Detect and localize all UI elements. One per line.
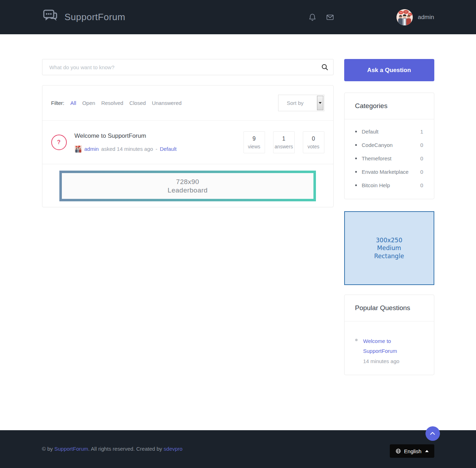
meta-separator: - <box>155 146 157 152</box>
popular-question-item: Welcome to SupportForum 14 minutes ago <box>355 331 423 364</box>
bullet-icon <box>355 339 358 341</box>
copyright-prefix: © by <box>42 446 54 452</box>
question-author-avatar <box>75 145 82 153</box>
search-input[interactable] <box>42 59 334 75</box>
category-name: Bitcoin Help <box>362 182 390 188</box>
sort-by-select[interactable]: Sort by <box>278 95 324 111</box>
categories-card: Categories Default 1 CodeCanyon 0 <box>344 93 434 199</box>
user-avatar <box>396 9 413 25</box>
category-item-codecanyon[interactable]: CodeCanyon 0 <box>355 142 423 148</box>
filter-label: Filter: <box>51 100 65 106</box>
popular-question-time: 14 minutes ago <box>363 358 407 364</box>
rect-ad-word1: Medium <box>374 244 404 252</box>
filter-open[interactable]: Open <box>82 100 95 106</box>
username-label: admin <box>418 14 434 21</box>
votes-label: votes <box>303 144 324 149</box>
question-meta-text: asked 14 minutes ago <box>101 146 153 152</box>
bullet-icon <box>355 144 357 146</box>
question-category-link[interactable]: Default <box>160 146 177 152</box>
category-item-envato-marketplace[interactable]: Envato Marketplace 0 <box>355 169 423 175</box>
category-item-bitcoin-help[interactable]: Bitcoin Help 0 <box>355 182 423 188</box>
answers-count: 1 <box>274 136 294 142</box>
category-name: Default <box>362 129 379 135</box>
chevron-up-icon <box>429 430 436 438</box>
bullet-icon <box>355 171 357 173</box>
filter-bar: Filter: All Open Resolved Closed Unanswe… <box>42 85 333 120</box>
questions-card: Filter: All Open Resolved Closed Unanswe… <box>42 85 334 207</box>
messages-mail-icon[interactable] <box>326 13 334 22</box>
bullet-icon <box>355 184 357 186</box>
filter-all[interactable]: All <box>70 100 76 106</box>
brand-logo[interactable]: SupportForum <box>42 8 125 26</box>
brand-name: SupportForum <box>65 12 125 23</box>
stat-views: 9 views <box>243 131 265 153</box>
forum-logo-icon <box>42 8 60 26</box>
rect-ad-size: 300x250 <box>374 236 404 244</box>
category-item-default[interactable]: Default 1 <box>355 129 423 135</box>
caret-up-icon <box>425 450 429 452</box>
votes-count: 0 <box>303 136 324 142</box>
category-name: Themeforest <box>362 155 392 161</box>
bullet-icon <box>355 158 357 159</box>
question-mark-icon: ? <box>51 135 67 150</box>
answers-label: answers <box>274 144 294 149</box>
filter-unanswered[interactable]: Unanswered <box>152 100 182 106</box>
category-name: Envato Marketplace <box>362 169 409 175</box>
footer-brand-link[interactable]: SupportForum <box>54 446 88 452</box>
rect-ad-word2: Rectangle <box>374 252 404 260</box>
language-label: English <box>404 448 421 454</box>
category-item-themeforest[interactable]: Themeforest 0 <box>355 155 423 161</box>
site-header: SupportForum <box>0 0 476 34</box>
sort-by-value: Sort by <box>287 100 304 106</box>
category-count: 0 <box>420 155 423 161</box>
views-label: views <box>244 144 265 149</box>
popular-questions-title: Popular Questions <box>345 295 434 321</box>
medium-rectangle-ad[interactable]: 300x250 Medium Rectangle <box>344 211 434 285</box>
search-icon[interactable] <box>321 63 329 71</box>
question-row: ? Welcome to SupportForum <box>42 121 333 164</box>
ask-question-button[interactable]: Ask a Question <box>344 59 434 81</box>
stat-votes: 0 votes <box>303 131 324 153</box>
stat-answers: 1 answers <box>273 131 295 153</box>
category-count: 0 <box>420 182 423 188</box>
globe-icon <box>395 448 401 454</box>
footer-creator-link[interactable]: sdevpro <box>164 446 182 452</box>
page-content: Filter: All Open Resolved Closed Unanswe… <box>0 34 476 430</box>
question-author-link[interactable]: admin <box>84 146 99 152</box>
notifications-bell-icon[interactable] <box>308 13 317 22</box>
categories-title: Categories <box>345 93 434 119</box>
leaderboard-ad-size: 728x90 <box>176 178 199 186</box>
site-footer: © by SupportForum. All rights reserved. … <box>0 430 476 468</box>
search-bar <box>42 59 334 75</box>
category-count: 0 <box>420 142 423 148</box>
popular-questions-card: Popular Questions Welcome to SupportForu… <box>344 295 434 375</box>
category-name: CodeCanyon <box>362 142 393 148</box>
copyright-text: © by SupportForum. All rights reserved. … <box>42 446 183 452</box>
bullet-icon <box>355 131 357 132</box>
category-count: 0 <box>420 169 423 175</box>
scroll-to-top-button[interactable] <box>425 426 440 441</box>
category-count: 1 <box>420 129 423 135</box>
user-menu[interactable]: admin <box>396 9 434 25</box>
filter-resolved[interactable]: Resolved <box>101 100 123 106</box>
question-title-link[interactable]: Welcome to SupportForum <box>75 132 146 140</box>
leaderboard-ad[interactable]: 728x90 Leaderboard <box>59 171 316 201</box>
language-selector-button[interactable]: English <box>390 444 434 458</box>
copyright-middle: . All rights reserved. Created by <box>88 446 164 452</box>
leaderboard-ad-label: Leaderboard <box>168 186 207 195</box>
views-count: 9 <box>244 136 265 142</box>
filter-closed[interactable]: Closed <box>129 100 146 106</box>
chevron-down-icon <box>317 96 323 110</box>
popular-question-link[interactable]: Welcome to SupportForum <box>363 336 407 356</box>
